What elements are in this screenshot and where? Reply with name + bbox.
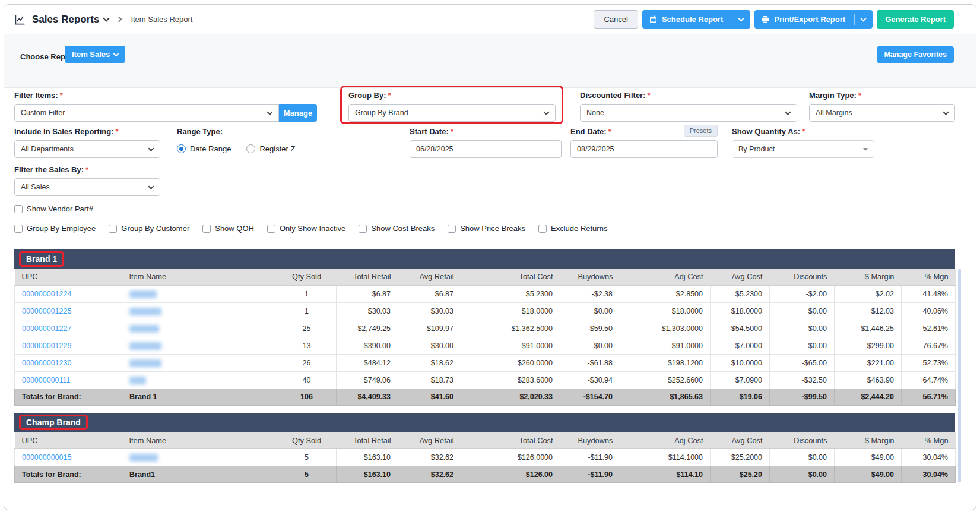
value-cell: $260.0000: [461, 354, 560, 371]
value-cell: $6.87: [337, 285, 398, 302]
required-marker: *: [858, 91, 861, 100]
totals-value: 56.71%: [902, 389, 956, 405]
checkbox-label: Group By Customer: [121, 224, 189, 233]
caret-down-icon: [863, 148, 868, 151]
checkbox-show-cost-breaks[interactable]: Show Cost Breaks: [359, 224, 435, 233]
show-quantity-as-select[interactable]: By Product: [732, 140, 874, 158]
table-row: 00000000122913$390.00$30.00$91.0000$0.00…: [15, 337, 956, 354]
checkbox-box: [109, 225, 117, 233]
upc-link[interactable]: 000000000015: [22, 453, 71, 462]
chevron-down-icon[interactable]: [103, 15, 110, 21]
checkbox-show-qoh[interactable]: Show QOH: [202, 224, 254, 233]
totals-value: $25.20: [711, 466, 770, 483]
margin-type-group: Margin Type:* All Margins: [809, 91, 955, 122]
value-cell: $18.62: [398, 354, 461, 371]
value-cell: $30.00: [398, 337, 461, 354]
table-row: 0000000000155$163.10$32.62$126.0000-$11.…: [15, 449, 956, 466]
table-row: 0000000012251$30.03$30.03$18.0000$0.00$1…: [15, 302, 956, 320]
checkbox-only-show-inactive[interactable]: Only Show Inactive: [267, 224, 345, 233]
column-header: UPC: [15, 432, 122, 449]
start-date-label: Start Date:*: [410, 127, 562, 136]
print-export-report-label: Print/Export Report: [774, 15, 845, 24]
checkbox-label: Show QOH: [215, 224, 254, 233]
checkbox-group-by-customer[interactable]: Group By Customer: [109, 224, 189, 233]
value-cell: $463.90: [835, 371, 902, 389]
vertical-scrollbar[interactable]: [958, 269, 961, 482]
checkbox-exclude-returns[interactable]: Exclude Returns: [538, 224, 607, 233]
end-date-input[interactable]: 08/29/2025: [570, 140, 718, 158]
totals-value: $2,444.20: [835, 389, 902, 405]
checkbox-box: [359, 225, 367, 233]
margin-type-select[interactable]: All Margins: [809, 104, 955, 122]
value-cell: $91.0000: [461, 337, 560, 354]
manage-favorites-button[interactable]: Manage Favorites: [877, 46, 954, 63]
group-by-group: Group By:* Group By Brand: [348, 91, 556, 122]
value-cell: $221.00: [835, 354, 902, 371]
value-cell: $7.0900: [711, 371, 770, 389]
totals-brand: Brand1: [122, 466, 277, 483]
app-window: Sales Reports Item Sales Report Cancel S…: [4, 4, 976, 510]
upc-link[interactable]: 000000000111: [22, 376, 71, 384]
show-quantity-as-group: Show Quantity As:* By Product: [732, 127, 874, 158]
chevron-down-icon[interactable]: [738, 15, 744, 21]
schedule-report-button[interactable]: Schedule Report: [642, 10, 750, 29]
column-header: Avg Retail: [398, 432, 461, 449]
brand-title: Champ Brand: [19, 415, 88, 430]
required-marker: *: [85, 165, 88, 174]
chevron-down-icon[interactable]: [861, 15, 867, 21]
item-name-redacted: [129, 290, 157, 298]
value-cell: -$30.94: [560, 371, 620, 389]
date-range-radio[interactable]: Date Range: [177, 144, 231, 153]
value-cell: $49.00: [835, 449, 902, 466]
column-header: Avg Retail: [398, 269, 461, 285]
checkbox-show-price-breaks[interactable]: Show Price Breaks: [448, 224, 525, 233]
manage-filter-button[interactable]: Manage: [279, 104, 317, 122]
totals-value: -$11.90: [560, 466, 620, 483]
filter-items-group: Filter Items:* Custom Filter Manage: [14, 91, 317, 122]
discounted-filter-select[interactable]: None: [580, 104, 797, 122]
show-vendor-part-checkbox[interactable]: Show Vendor Part#: [14, 204, 93, 213]
schedule-report-label: Schedule Report: [662, 15, 723, 24]
cancel-button[interactable]: Cancel: [594, 10, 638, 29]
value-cell: $5.2300: [711, 285, 770, 302]
report-selector-band: Choose Report Item Sales Manage Favorite…: [4, 34, 976, 88]
presets-button[interactable]: Presets: [684, 125, 718, 137]
generate-report-button[interactable]: Generate Report: [877, 10, 954, 29]
register-z-radio-label: Register Z: [259, 144, 295, 153]
report-type-dropdown[interactable]: Item Sales: [65, 46, 125, 63]
start-date-input[interactable]: 06/28/2025: [410, 140, 562, 158]
value-cell: $252.6600: [620, 371, 711, 389]
print-export-report-button[interactable]: Print/Export Report: [754, 10, 873, 29]
chevron-down-icon: [148, 184, 154, 189]
checkbox-label: Show Price Breaks: [460, 224, 525, 233]
value-cell: 1: [277, 302, 337, 320]
table-row: 00000000123026$484.12$18.62$260.0000-$61…: [15, 354, 956, 371]
filter-items-select[interactable]: Custom Filter: [14, 104, 279, 122]
upc-link[interactable]: 000000001227: [22, 324, 71, 333]
value-cell: 26: [277, 354, 337, 371]
upc-link[interactable]: 000000001225: [22, 307, 71, 315]
include-in-sales-select[interactable]: All Departments: [14, 140, 160, 158]
value-cell: 25: [277, 320, 337, 337]
column-header: Avg Cost: [711, 269, 770, 285]
chevron-down-icon: [267, 109, 273, 115]
sales-table: UPCItem NameQty SoldTotal RetailAvg Reta…: [14, 432, 956, 484]
upc-link[interactable]: 000000001230: [22, 359, 71, 367]
value-cell: $30.03: [337, 302, 398, 320]
group-by-select[interactable]: Group By Brand: [348, 104, 556, 122]
upc-link[interactable]: 000000001229: [22, 342, 71, 350]
range-type-label: Range Type:: [177, 127, 295, 136]
column-header: Avg Cost: [711, 432, 770, 449]
register-z-radio[interactable]: Register Z: [246, 144, 295, 153]
option-checkboxes-row: Group By EmployeeGroup By CustomerShow Q…: [14, 224, 607, 233]
upc-link[interactable]: 000000001224: [22, 290, 71, 298]
value-cell: 5: [277, 449, 337, 466]
checkbox-box: [448, 225, 456, 233]
value-cell: $10.0000: [711, 354, 770, 371]
column-header: Item Name: [122, 269, 277, 285]
value-cell: $6.87: [398, 285, 461, 302]
filter-sales-by-select[interactable]: All Sales: [14, 178, 160, 196]
checkbox-group-by-employee[interactable]: Group By Employee: [14, 224, 96, 233]
table-row: 00000000011140$749.06$18.73$283.6000-$30…: [15, 371, 956, 389]
brand-section: Champ BrandUPCItem NameQty SoldTotal Ret…: [14, 413, 955, 484]
